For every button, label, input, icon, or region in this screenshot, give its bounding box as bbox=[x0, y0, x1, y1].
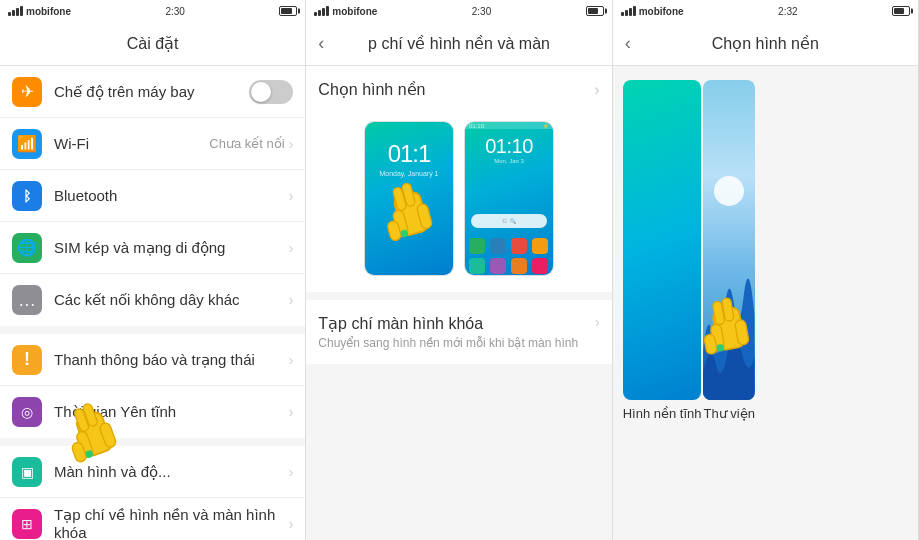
wallpaper-grid-container: Hình nền tĩnh Thư viện bbox=[613, 66, 918, 540]
airplane-label: Chế độ trên máy bay bbox=[54, 83, 249, 101]
choose-wallpaper-label: Chọn hình nền bbox=[318, 80, 594, 99]
carrier-1: mobifone bbox=[26, 6, 71, 17]
back-button-3[interactable]: ‹ bbox=[625, 33, 631, 54]
battery-icon-3 bbox=[892, 6, 910, 16]
settings-item-airplane[interactable]: ✈ Chế độ trên máy bay bbox=[0, 66, 305, 118]
notification-icon: ! bbox=[12, 345, 42, 375]
page-title-wallpaper-detail: p chí về hình nền và màn bbox=[368, 34, 550, 53]
magazine-section[interactable]: Tạp chí màn hình khóa Chuyển sang hình n… bbox=[306, 300, 611, 364]
header-wallpaper-detail: ‹ p chí về hình nền và màn bbox=[306, 22, 611, 66]
home-app-icons bbox=[465, 234, 553, 276]
page-title-choose-wallpaper: Chọn hình nền bbox=[712, 34, 819, 53]
choose-wallpaper-button[interactable]: Chọn hình nền › bbox=[306, 66, 611, 113]
settings-item-sim[interactable]: 🌐 SIM kép và mạng di động › bbox=[0, 222, 305, 274]
airplane-toggle[interactable] bbox=[249, 80, 293, 104]
battery-icon-1 bbox=[279, 6, 297, 16]
quiet-arrow: › bbox=[289, 404, 294, 420]
wifi-label: Wi-Fi bbox=[54, 135, 209, 152]
app-icon-6 bbox=[490, 258, 506, 274]
other-connections-label: Các kết nối không dây khác bbox=[54, 291, 289, 309]
panel-choose-wallpaper: mobifone 2:32 ‹ Chọn hình nền Hình nền t… bbox=[613, 0, 919, 540]
sim-icon: 🌐 bbox=[12, 233, 42, 263]
app-icon-8 bbox=[532, 258, 548, 274]
app-icon-1 bbox=[469, 238, 485, 254]
app-icon-7 bbox=[511, 258, 527, 274]
settings-item-notification[interactable]: ! Thanh thông báo và trạng thái › bbox=[0, 334, 305, 386]
screen-label: Màn hình và độ... bbox=[54, 463, 289, 481]
settings-section-display: ▣ Màn hình và độ... › ⊞ Tạp chí về hình … bbox=[0, 446, 305, 540]
settings-list: ✈ Chế độ trên máy bay 📶 Wi-Fi Chưa kết n… bbox=[0, 66, 305, 540]
home-screen-preview: 01:10 ⚡ 01:10 Mon, Jan 3 G 🔍 bbox=[464, 121, 554, 276]
wallpaper-item-library[interactable]: Thư viện bbox=[703, 80, 754, 425]
magazine-arrow: › bbox=[595, 314, 600, 330]
status-bar-1: mobifone 2:30 bbox=[0, 0, 305, 22]
status-right-1 bbox=[279, 6, 297, 16]
app-icon-3 bbox=[511, 238, 527, 254]
magazine-row: Tạp chí màn hình khóa Chuyển sang hình n… bbox=[318, 314, 599, 350]
lock-screen-preview: 01:1 Monday, January 1 bbox=[364, 121, 454, 276]
app-icon-2 bbox=[490, 238, 506, 254]
wallpaper-detail-content: Chọn hình nền › 01:1 Monday, January 1 bbox=[306, 66, 611, 540]
screen-icon: ▣ bbox=[12, 457, 42, 487]
choose-wallpaper-section: Chọn hình nền › 01:1 Monday, January 1 bbox=[306, 66, 611, 292]
lock-clock: 01:1 bbox=[388, 140, 431, 168]
wallpaper-grid: Hình nền tĩnh Thư viện bbox=[619, 72, 912, 433]
wallpaper-nav-label: Tạp chí về hình nền và màn hình khóa bbox=[54, 506, 289, 540]
status-bar-2: mobifone 2:30 bbox=[306, 0, 611, 22]
svg-rect-2 bbox=[99, 422, 118, 449]
sim-label: SIM kép và mạng di động bbox=[54, 239, 289, 257]
panel-settings: mobifone 2:30 Cài đặt ✈ Chế độ trên máy … bbox=[0, 0, 306, 540]
status-left-2: mobifone bbox=[314, 6, 377, 17]
panel-wallpaper-detail: mobifone 2:30 ‹ p chí về hình nền và màn… bbox=[306, 0, 612, 540]
wifi-icon: 📶 bbox=[12, 129, 42, 159]
wallpaper-icon: ⊞ bbox=[12, 509, 42, 539]
settings-section-connectivity: ✈ Chế độ trên máy bay 📶 Wi-Fi Chưa kết n… bbox=[0, 66, 305, 326]
notification-arrow: › bbox=[289, 352, 294, 368]
wifi-arrow: › bbox=[289, 136, 294, 152]
sim-arrow: › bbox=[289, 240, 294, 256]
other-connections-icon: … bbox=[12, 285, 42, 315]
bluetooth-icon: ᛒ bbox=[12, 181, 42, 211]
wifi-value: Chưa kết nối bbox=[209, 136, 284, 151]
home-screen: 01:10 ⚡ 01:10 Mon, Jan 3 G 🔍 bbox=[465, 122, 553, 275]
wallpaper-thumb-static bbox=[623, 80, 702, 400]
airplane-icon: ✈ bbox=[12, 77, 42, 107]
screen-arrow: › bbox=[289, 464, 294, 480]
magazine-text: Tạp chí màn hình khóa Chuyển sang hình n… bbox=[318, 314, 595, 350]
home-clock: 01:10 bbox=[471, 135, 547, 158]
app-icon-4 bbox=[532, 238, 548, 254]
wallpaper-label-library: Thư viện bbox=[703, 400, 754, 425]
wallpaper-item-static[interactable]: Hình nền tĩnh bbox=[623, 80, 702, 425]
page-title-settings: Cài đặt bbox=[127, 34, 179, 53]
time-1: 2:30 bbox=[165, 6, 184, 17]
settings-item-bluetooth[interactable]: ᛒ Bluetooth › bbox=[0, 170, 305, 222]
lock-screen: 01:1 Monday, January 1 bbox=[365, 122, 453, 275]
back-button-2[interactable]: ‹ bbox=[318, 33, 324, 54]
bluetooth-label: Bluetooth bbox=[54, 187, 289, 204]
time-3: 2:32 bbox=[778, 6, 797, 17]
carrier-3: mobifone bbox=[639, 6, 684, 17]
lock-screen-preview-wrapper: 01:1 Monday, January 1 bbox=[364, 121, 454, 276]
home-search-bar: G 🔍 bbox=[471, 214, 547, 228]
time-2: 2:30 bbox=[472, 6, 491, 17]
home-date: Mon, Jan 3 bbox=[471, 158, 547, 164]
settings-item-quiet[interactable]: ◎ Thời gian Yên tĩnh › bbox=[0, 386, 305, 438]
app-icon-5 bbox=[469, 258, 485, 274]
settings-item-screen[interactable]: ▣ Màn hình và độ... › bbox=[0, 446, 305, 498]
home-topbar: 01:10 ⚡ bbox=[465, 122, 553, 129]
wallpaper-label-static: Hình nền tĩnh bbox=[623, 400, 702, 425]
status-left-3: mobifone bbox=[621, 6, 684, 17]
magazine-subtitle: Chuyển sang hình nền mới mỗi khi bật màn… bbox=[318, 336, 595, 350]
lock-date: Monday, January 1 bbox=[379, 170, 438, 177]
settings-item-wifi[interactable]: 📶 Wi-Fi Chưa kết nối › bbox=[0, 118, 305, 170]
battery-icon-2 bbox=[586, 6, 604, 16]
settings-item-wallpaper[interactable]: ⊞ Tạp chí về hình nền và màn hình khóa › bbox=[0, 498, 305, 540]
choose-wallpaper-arrow: › bbox=[594, 81, 599, 99]
signal-icon-2 bbox=[314, 6, 329, 16]
wallpaper-arrow: › bbox=[289, 516, 294, 532]
wallpaper-thumb-library bbox=[703, 80, 754, 400]
signal-icon-1 bbox=[8, 6, 23, 16]
quiet-icon: ◎ bbox=[12, 397, 42, 427]
settings-item-other-connections[interactable]: … Các kết nối không dây khác › bbox=[0, 274, 305, 326]
other-connections-arrow: › bbox=[289, 292, 294, 308]
